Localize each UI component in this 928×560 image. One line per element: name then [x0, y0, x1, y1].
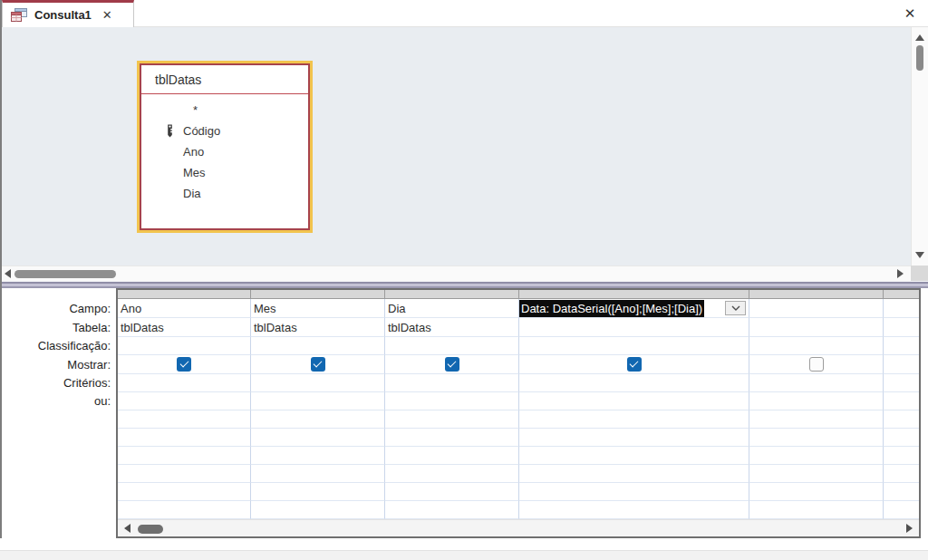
vertical-scroll-thumb[interactable]	[916, 45, 923, 71]
ou-cell[interactable]	[519, 392, 749, 410]
grid-cell[interactable]	[749, 501, 884, 519]
grid-cell[interactable]	[118, 465, 251, 483]
tabela-cell[interactable]	[749, 318, 884, 337]
grid-cell[interactable]	[251, 447, 385, 465]
column-header[interactable]	[884, 290, 919, 299]
column-header[interactable]	[749, 290, 884, 299]
grid-cell[interactable]	[385, 429, 519, 447]
grid-cell[interactable]	[118, 483, 251, 501]
grid-cell[interactable]	[251, 410, 385, 429]
upper-horizontal-scrollbar[interactable]	[0, 266, 911, 281]
grid-horizontal-scrollbar[interactable]	[118, 519, 919, 536]
table-card-tbldatas[interactable]: tblDatas * Código Ano	[137, 61, 313, 233]
grid-cell[interactable]	[884, 483, 919, 501]
grid-cell[interactable]	[251, 483, 385, 501]
ou-cell[interactable]	[251, 392, 385, 410]
column-header[interactable]	[519, 290, 749, 299]
criterios-cell[interactable]	[749, 374, 884, 392]
tab-consulta1[interactable]: Consulta1 ✕	[2, 0, 134, 27]
mostrar-checkbox[interactable]	[311, 357, 325, 372]
grid-cell[interactable]	[118, 447, 251, 465]
tabela-cell[interactable]: tblDatas	[251, 318, 385, 337]
criterios-cell[interactable]	[385, 374, 519, 392]
criterios-cell[interactable]	[519, 374, 749, 392]
criterios-cell[interactable]	[251, 374, 385, 392]
field-item-mes[interactable]: Mes	[141, 162, 308, 183]
grid-cell[interactable]	[118, 501, 251, 519]
classificacao-cell[interactable]	[749, 337, 884, 355]
column-header[interactable]	[385, 290, 519, 299]
tabela-cell[interactable]	[519, 318, 749, 337]
campo-cell[interactable]	[884, 299, 919, 318]
pane-splitter[interactable]	[0, 281, 928, 288]
grid-cell[interactable]	[884, 410, 919, 429]
scroll-left-icon[interactable]	[5, 269, 11, 278]
grid-cell[interactable]	[118, 410, 251, 429]
field-item-dia[interactable]: Dia	[141, 183, 308, 204]
ou-cell[interactable]	[749, 392, 884, 410]
campo-cell[interactable]: Mes	[251, 299, 385, 318]
grid-cell[interactable]	[749, 410, 884, 429]
grid-scroll-thumb[interactable]	[138, 525, 163, 534]
field-dropdown-button[interactable]	[725, 301, 746, 315]
horizontal-scroll-thumb[interactable]	[14, 270, 116, 278]
tab-close-icon[interactable]: ✕	[102, 9, 112, 21]
column-header[interactable]	[118, 290, 251, 299]
grid-cell[interactable]	[519, 410, 749, 429]
selected-expression-text[interactable]: Data: DataSerial([Ano];[Mes];[Dia])	[519, 300, 704, 317]
ou-cell[interactable]	[385, 392, 519, 410]
grid-cell[interactable]	[385, 483, 519, 501]
table-card-title[interactable]: tblDatas	[141, 65, 308, 93]
upper-vertical-scrollbar[interactable]	[911, 27, 928, 266]
scroll-up-icon[interactable]	[915, 34, 924, 41]
campo-cell[interactable]: Ano	[118, 299, 251, 318]
grid-cell[interactable]	[749, 447, 884, 465]
field-item-ano[interactable]: Ano	[141, 141, 308, 162]
scroll-left-icon[interactable]	[124, 524, 130, 533]
grid-cell[interactable]	[884, 501, 919, 519]
column-header[interactable]	[251, 290, 385, 299]
classificacao-cell[interactable]	[884, 337, 919, 355]
ou-cell[interactable]	[884, 392, 919, 410]
grid-cell[interactable]	[385, 410, 519, 429]
field-item-codigo[interactable]: Código	[141, 121, 308, 141]
classificacao-cell[interactable]	[385, 337, 519, 355]
tabela-cell[interactable]: tblDatas	[118, 318, 251, 337]
grid-cell[interactable]	[884, 447, 919, 465]
classificacao-cell[interactable]	[251, 337, 385, 355]
criterios-cell[interactable]	[118, 374, 251, 392]
query-design-surface[interactable]: tblDatas * Código Ano	[0, 27, 928, 281]
classificacao-cell[interactable]	[519, 337, 749, 355]
grid-cell[interactable]	[519, 501, 749, 519]
grid-cell[interactable]	[385, 501, 519, 519]
mostrar-checkbox[interactable]	[177, 357, 191, 372]
grid-cell[interactable]	[749, 465, 884, 483]
grid-cell[interactable]	[749, 429, 884, 447]
scroll-right-icon[interactable]	[897, 269, 904, 278]
grid-cell[interactable]	[884, 465, 919, 483]
criterios-cell[interactable]	[884, 374, 919, 392]
ou-cell[interactable]	[118, 392, 251, 410]
grid-cell[interactable]	[251, 429, 385, 447]
grid-cell[interactable]	[251, 501, 385, 519]
close-pane-icon[interactable]: ✕	[901, 5, 919, 23]
grid-cell[interactable]	[385, 447, 519, 465]
campo-cell-expression[interactable]: Data: DataSerial([Ano];[Mes];[Dia])	[519, 299, 749, 318]
field-item-star[interactable]: *	[141, 100, 308, 121]
grid-cell[interactable]	[519, 483, 749, 501]
grid-cell[interactable]	[884, 429, 919, 447]
campo-cell[interactable]	[749, 299, 884, 318]
grid-cell[interactable]	[519, 429, 749, 447]
classificacao-cell[interactable]	[118, 337, 251, 355]
grid-cell[interactable]	[519, 465, 749, 483]
grid-cell[interactable]	[519, 447, 749, 465]
campo-cell[interactable]: Dia	[385, 299, 519, 318]
scroll-down-icon[interactable]	[915, 252, 924, 258]
mostrar-checkbox[interactable]	[445, 357, 459, 372]
mostrar-checkbox[interactable]	[809, 357, 824, 372]
grid-cell[interactable]	[385, 465, 519, 483]
grid-cell[interactable]	[749, 483, 884, 501]
grid-cell[interactable]	[251, 465, 385, 483]
tabela-cell[interactable]: tblDatas	[385, 318, 519, 337]
tabela-cell[interactable]	[884, 318, 919, 337]
